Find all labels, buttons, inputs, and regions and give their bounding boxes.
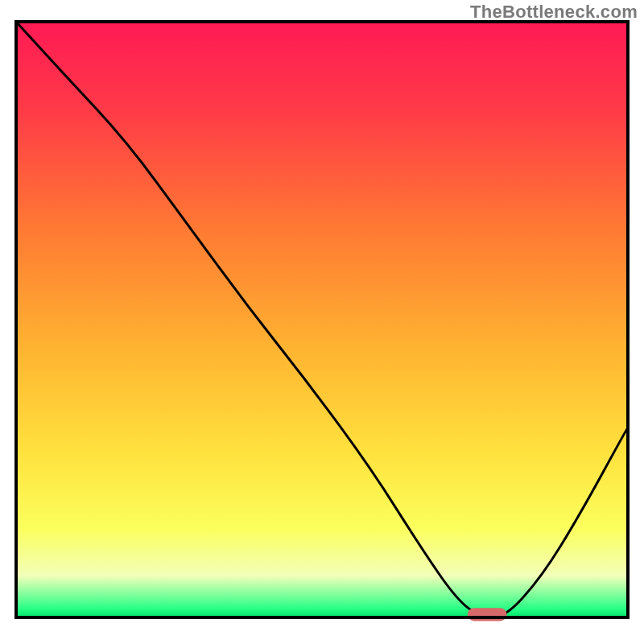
bottleneck-chart — [0, 0, 644, 644]
chart-container: TheBottleneck.com — [0, 0, 644, 644]
plot-background — [16, 22, 628, 617]
watermark-text: TheBottleneck.com — [470, 2, 638, 23]
